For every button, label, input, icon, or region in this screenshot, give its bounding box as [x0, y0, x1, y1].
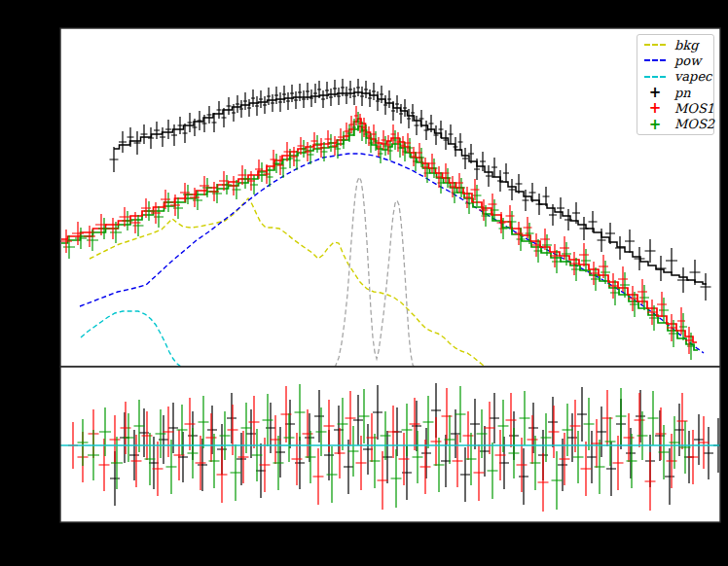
legend-label: pow: [674, 53, 701, 68]
plus-marker-icon: +: [643, 86, 667, 99]
legend-item-vapec: vapec: [643, 69, 713, 85]
figure-canvas: bkgpowvapec+pn+MOS1+MOS2: [0, 0, 728, 566]
legend-item-MOS1: +MOS1: [643, 100, 713, 116]
main-panel: [60, 28, 720, 367]
dashed-line-swatch-icon: [643, 76, 667, 78]
legend-item-MOS2: +MOS2: [643, 117, 713, 132]
legend-item-pn: +pn: [643, 85, 713, 100]
legend-label: vapec: [674, 69, 711, 84]
plus-marker-icon: +: [643, 118, 667, 131]
legend-label: MOS2: [674, 117, 714, 131]
dashed-line-swatch-icon: [643, 59, 667, 61]
legend-item-pow: pow: [643, 53, 713, 68]
legend-label: pn: [674, 86, 691, 100]
legend-label: MOS1: [674, 101, 714, 116]
legend-item-bkg: bkg: [643, 37, 713, 53]
legend-label: bkg: [674, 38, 699, 53]
spectrum-figure: [0, 0, 728, 566]
legend: bkgpowvapec+pn+MOS1+MOS2: [637, 34, 714, 135]
plus-marker-icon: +: [643, 101, 667, 115]
dashed-line-swatch-icon: [643, 44, 667, 46]
